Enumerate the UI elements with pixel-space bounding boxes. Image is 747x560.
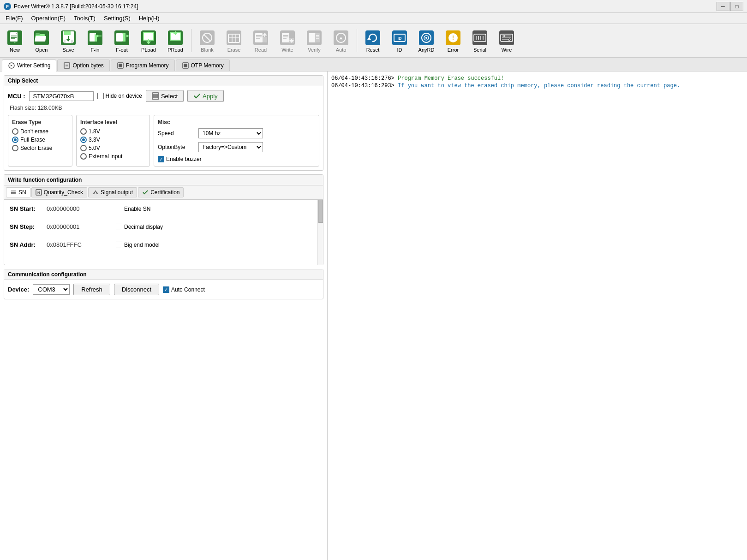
id-button[interactable]: ID ID: [387, 26, 412, 55]
sn-scroll-thumb[interactable]: [318, 200, 323, 223]
menu-help[interactable]: Help(H): [135, 14, 163, 23]
write-tab-signal[interactable]: Signal output: [88, 187, 137, 197]
erase-sector-erase[interactable]: Sector Erase: [12, 145, 68, 151]
menu-operation[interactable]: Operation(E): [28, 14, 69, 23]
tab-option-bytes[interactable]: Option bytes: [57, 60, 109, 71]
optionbyte-select[interactable]: Factory=>Custom: [198, 142, 263, 152]
svg-rect-105: [153, 94, 158, 98]
verify-button[interactable]: Verify: [301, 26, 327, 55]
log-prefix-2: 06/04-10:43:16:293>: [331, 83, 398, 89]
write-button[interactable]: Write: [275, 26, 300, 55]
id-label: ID: [397, 47, 402, 53]
open-button[interactable]: Open: [29, 26, 54, 55]
serial-button[interactable]: Serial: [467, 26, 493, 55]
anyrd-button[interactable]: AnyRD: [413, 26, 439, 55]
big-end-checkbox[interactable]: [116, 242, 122, 248]
enable-buzzer-row[interactable]: Enable buzzer: [158, 156, 315, 162]
error-icon: !: [445, 30, 461, 46]
interface-33v[interactable]: 3.3V: [80, 137, 146, 143]
open-label: Open: [36, 47, 48, 53]
comm-config-title: Communication configuration: [4, 269, 323, 280]
interface-level-group: Interface level 1.8V 3.3V: [76, 115, 150, 167]
hide-checkbox-box[interactable]: [97, 93, 104, 99]
tab-writer-setting[interactable]: Writer Setting: [2, 60, 56, 71]
sn-scrollbar[interactable]: [317, 200, 323, 265]
auto-connect-checkbox-row[interactable]: Auto Connect: [163, 286, 205, 293]
wire-label: Wire: [502, 47, 512, 53]
serial-icon: [472, 30, 488, 46]
auto-label: Auto: [336, 47, 347, 53]
new-icon: +: [6, 30, 23, 46]
new-button[interactable]: + New: [2, 26, 28, 55]
sn-step-row: SN Step: 0x00000001 Decimal display: [10, 223, 317, 230]
sector-erase-radio[interactable]: [12, 145, 18, 151]
toolbar-separator-1: [191, 29, 191, 52]
fout-icon: [114, 30, 130, 46]
write-tab-quantity[interactable]: N Quantity_Check: [31, 187, 87, 197]
menu-file[interactable]: File(F): [2, 14, 27, 23]
fin-label: F-in: [91, 47, 100, 53]
refresh-button[interactable]: Refresh: [73, 284, 110, 295]
tab-program-memory[interactable]: Program Memory: [111, 60, 175, 71]
reset-button[interactable]: Reset: [360, 26, 386, 55]
external-radio[interactable]: [80, 153, 87, 160]
chip-config: Erase Type Don't erase Full Erase: [8, 115, 319, 167]
dont-erase-radio[interactable]: [12, 128, 18, 135]
hide-on-device-checkbox[interactable]: Hide on device: [97, 93, 142, 99]
50v-radio[interactable]: [80, 145, 87, 151]
interface-18v[interactable]: 1.8V: [80, 128, 146, 135]
interface-external[interactable]: External input: [80, 153, 146, 160]
menu-setting[interactable]: Setting(S): [100, 14, 134, 23]
sn-body: SN Start: 0x00000000 Enable SN SN Step: …: [4, 200, 323, 265]
svg-rect-63: [309, 33, 316, 42]
interface-50v[interactable]: 5.0V: [80, 145, 146, 151]
wire-button[interactable]: Wire: [494, 26, 520, 55]
full-erase-radio[interactable]: [12, 137, 18, 143]
svg-text:+: +: [14, 41, 16, 44]
chip-select-title: Chip Select: [4, 76, 323, 86]
log-content-1: Program Memory Erase successful!: [398, 75, 504, 82]
erase-dont-erase[interactable]: Don't erase: [12, 128, 68, 135]
read-button[interactable]: Read: [248, 26, 274, 55]
select-button[interactable]: Select: [146, 90, 184, 102]
error-button[interactable]: ! Error: [440, 26, 466, 55]
toolbar-separator-2: [357, 29, 357, 52]
18v-radio[interactable]: [80, 128, 87, 135]
write-tab-cert[interactable]: Certification: [138, 187, 184, 197]
minimize-button[interactable]: ─: [717, 2, 729, 11]
apply-button[interactable]: Apply: [187, 90, 224, 102]
tab-otp-memory[interactable]: OTP Memory: [176, 60, 230, 71]
big-end-checkbox-row[interactable]: Big end model: [116, 242, 160, 248]
device-select[interactable]: COM3: [33, 284, 70, 295]
log-content-2: If you want to view the erased chip memo…: [398, 83, 680, 89]
decimal-display-checkbox-row[interactable]: Decimal display: [116, 224, 163, 230]
33v-radio[interactable]: [80, 137, 87, 143]
title-bar-controls[interactable]: ─ □: [717, 2, 743, 11]
toolbar: + New Open Save: [0, 24, 747, 58]
sn-step-value: 0x00000001: [47, 223, 116, 230]
fout-button[interactable]: F-out: [109, 26, 135, 55]
pread-button[interactable]: PRead: [162, 26, 188, 55]
blank-button[interactable]: Blank: [194, 26, 220, 55]
erase-full-erase[interactable]: Full Erase: [12, 137, 68, 143]
auto-button[interactable]: A Auto: [328, 26, 354, 55]
auto-connect-checkbox[interactable]: [163, 286, 169, 293]
erase-button[interactable]: Erase: [221, 26, 247, 55]
maximize-button[interactable]: □: [730, 2, 743, 11]
svg-text:!: !: [452, 35, 454, 41]
enable-sn-checkbox[interactable]: [116, 206, 122, 212]
speed-select[interactable]: 10M hz: [198, 128, 263, 138]
svg-rect-30: [144, 33, 153, 40]
svg-rect-9: [36, 33, 40, 35]
buzzer-checkbox[interactable]: [158, 156, 164, 162]
pload-button[interactable]: PLoad: [136, 26, 161, 55]
menu-tools[interactable]: Tools(T): [70, 14, 99, 23]
fin-button[interactable]: F-in: [82, 26, 108, 55]
save-button[interactable]: Save: [55, 26, 81, 55]
enable-sn-checkbox-row[interactable]: Enable SN: [116, 206, 150, 212]
disconnect-button[interactable]: Disconnect: [114, 284, 159, 295]
write-tab-sn[interactable]: SN: [6, 187, 30, 197]
signal-output-icon: [92, 189, 99, 196]
svg-rect-55: [282, 33, 289, 42]
decimal-checkbox[interactable]: [116, 224, 122, 230]
